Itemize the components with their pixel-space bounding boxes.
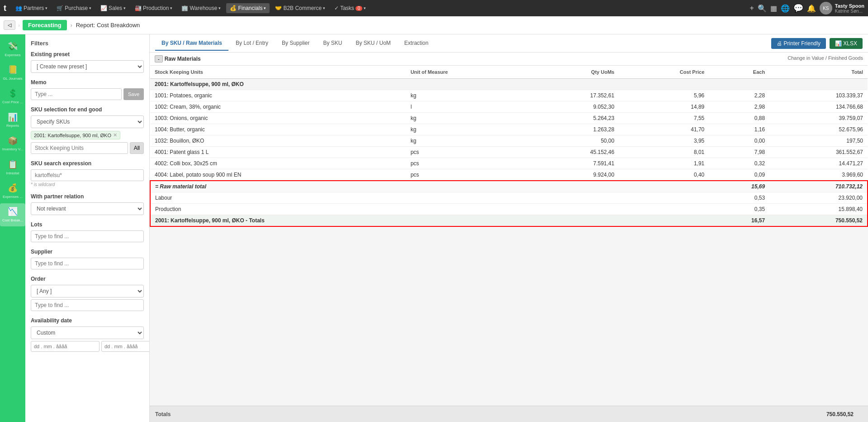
tag-remove-icon[interactable]: ✕ (113, 132, 117, 138)
production-label: Production (150, 204, 709, 215)
main-layout: 💸 Expenses 📒 GL Journals 💲 Cost Price ..… (0, 34, 868, 422)
avatar: KS (820, 2, 832, 14)
search-icon[interactable]: 🔍 (758, 4, 767, 13)
memo-input[interactable] (31, 88, 122, 100)
sidebar-item-cost-breakdown[interactable]: 📉 Cost Break... (0, 203, 25, 226)
wildcard-hint: * is wildcard (31, 182, 144, 187)
table-row: 1003: Onions, organic kg 5.264,23 7,55 0… (150, 113, 868, 124)
sidebar-item-inventory[interactable]: 📦 Inventory V... (0, 133, 25, 155)
app-logo: t (4, 4, 6, 13)
existing-preset-label: Existing preset (31, 51, 144, 58)
barcode-icon[interactable]: ▦ (770, 4, 777, 13)
tab-by-lot-entry[interactable]: By Lot / Entry (229, 36, 275, 51)
breadcrumb-separator: › (18, 22, 20, 29)
production-row: Production 0,35 15.898,40 (150, 204, 868, 215)
nav-tasks[interactable]: ✓ Tasks 0 ▾ (331, 3, 370, 13)
group-total-each: 16,57 (709, 215, 769, 227)
order-input[interactable] (31, 299, 144, 311)
back-button[interactable]: ◁ (4, 20, 15, 30)
chevron-down-icon: ▾ (123, 6, 126, 10)
sidebar-item-expenses2[interactable]: 💰 Expenses ... (0, 180, 25, 202)
chevron-down-icon: ▾ (218, 6, 221, 10)
sku-search-input[interactable] (31, 142, 128, 154)
nav-warehouse[interactable]: 🏢 Warehouse ▾ (178, 3, 224, 13)
table-wrapper[interactable]: - Raw Materials Change in Value / Finish… (150, 53, 868, 406)
top-nav-right: + 🔍 ▦ 🌐 💬 🔔 KS Tasty Spoon Katrine Søn..… (749, 2, 864, 14)
availability-date-select[interactable]: Custom (31, 326, 144, 339)
group-total-total: 750.550,52 (769, 215, 868, 227)
labour-each: 0,53 (709, 192, 769, 204)
production-icon: 🏭 (135, 5, 142, 11)
save-button[interactable]: Save (123, 88, 144, 100)
forecasting-module-button[interactable]: Forecasting (23, 20, 67, 30)
nav-purchase[interactable]: 🛒 Purchase ▾ (53, 3, 95, 13)
totals-value: 750.550,52 (826, 411, 854, 417)
nav-partners[interactable]: 👥 Partners ▾ (12, 3, 51, 13)
printer-friendly-button[interactable]: 🖨 Printer Friendly (771, 38, 826, 49)
sku-search-label: SKU search expression (31, 160, 144, 167)
nav-financials[interactable]: 💰 Financials ▾ (226, 3, 270, 13)
sidebar-item-cost-price[interactable]: 💲 Cost Price ... (0, 85, 25, 108)
table-row: 1004: Butter, organic kg 1.263,28 41,70 … (150, 124, 868, 135)
nav-b2b[interactable]: 🤝 B2B Commerce ▾ (271, 3, 329, 13)
expenses-icon: 💸 (8, 42, 18, 52)
user-sub: Katrine Søn... (835, 9, 864, 14)
chat-icon[interactable]: 💬 (793, 3, 803, 13)
chevron-down-icon: ▾ (89, 6, 91, 10)
col-uom: Unit of Measure (406, 66, 530, 79)
uom-cell: kg (406, 90, 530, 101)
table-row: 1001: Potatoes, organic kg 17.352,61 5,9… (150, 90, 868, 101)
user-info: KS Tasty Spoon Katrine Søn... (820, 2, 864, 14)
lots-input[interactable] (31, 230, 144, 242)
gl-icon: 📒 (8, 65, 18, 75)
bell-icon[interactable]: 🔔 (807, 4, 816, 13)
lots-section: Lots (31, 221, 144, 242)
nav-production[interactable]: 🏭 Production ▾ (131, 3, 176, 13)
sidebar-icons: 💸 Expenses 📒 GL Journals 💲 Cost Price ..… (0, 34, 25, 422)
tab-by-sku[interactable]: By SKU (317, 36, 348, 51)
existing-preset-select[interactable]: [ Create new preset ] (31, 60, 144, 73)
chevron-down-icon: ▾ (364, 6, 366, 10)
sku-selection-select[interactable]: Specify SKUs (31, 115, 144, 128)
date-range-row (31, 341, 144, 352)
tab-by-sku-uom[interactable]: By SKU / UoM (349, 36, 397, 51)
labour-total: 23.920,00 (769, 192, 868, 204)
tab-by-sku-raw-materials[interactable]: By SKU / Raw Materials (155, 36, 228, 51)
group-total-label: 2001: Kartoffelsuppe, 900 ml, ØKO - Tota… (150, 215, 709, 227)
each-cell: 2,28 (709, 90, 769, 101)
change-value-label: Change in Value / Finished Goods (787, 55, 863, 61)
raw-material-total-label: = Raw material total (150, 181, 709, 192)
tab-extraction[interactable]: Extraction (398, 36, 435, 51)
order-select[interactable]: [ Any ] (31, 285, 144, 297)
collapse-section-button[interactable]: - (155, 55, 163, 62)
report-table: - Raw Materials Change in Value / Finish… (150, 53, 868, 227)
existing-preset-section: Existing preset [ Create new preset ] (31, 51, 144, 73)
tab-by-supplier[interactable]: By Supplier (275, 36, 316, 51)
nav-sales[interactable]: 📈 Sales ▾ (97, 3, 129, 13)
sidebar-item-gl-journals[interactable]: 📒 GL Journals (0, 62, 25, 84)
date-from-input[interactable] (31, 341, 100, 352)
inventory-icon: 📦 (8, 136, 18, 146)
col-each: Each (709, 66, 769, 79)
partner-relation-label: With partner relation (31, 193, 144, 200)
sidebar-item-intrastat[interactable]: 📋 Intrastat (0, 156, 25, 179)
sidebar-item-expenses[interactable]: 💸 Expenses (0, 38, 25, 61)
xlsx-button[interactable]: 📊 XLSX (830, 38, 863, 49)
sidebar-item-reports[interactable]: 📊 Reports (0, 109, 25, 132)
group-label: 2001: Kartoffelsuppe, 900 ml, ØKO (150, 79, 868, 90)
supplier-input[interactable] (31, 258, 144, 269)
sku-expression-input[interactable] (31, 169, 144, 181)
partner-relation-select[interactable]: Not relevant (31, 202, 144, 215)
memo-section: Memo Save (31, 79, 144, 100)
chevron-down-icon: ▾ (170, 6, 172, 10)
date-to-input[interactable] (101, 341, 150, 352)
raw-material-total-each: 15,69 (709, 181, 769, 192)
all-button[interactable]: All (130, 142, 144, 154)
add-icon[interactable]: + (749, 4, 754, 12)
col-total: Total (769, 66, 868, 79)
globe-icon[interactable]: 🌐 (781, 4, 790, 13)
labour-label: Labour (150, 192, 709, 204)
table-row: 1032: Bouillon, ØKO kg 50,00 3,95 0,00 1… (150, 135, 868, 147)
reports-icon: 📊 (8, 113, 18, 123)
task-count-badge: 0 (356, 6, 363, 11)
